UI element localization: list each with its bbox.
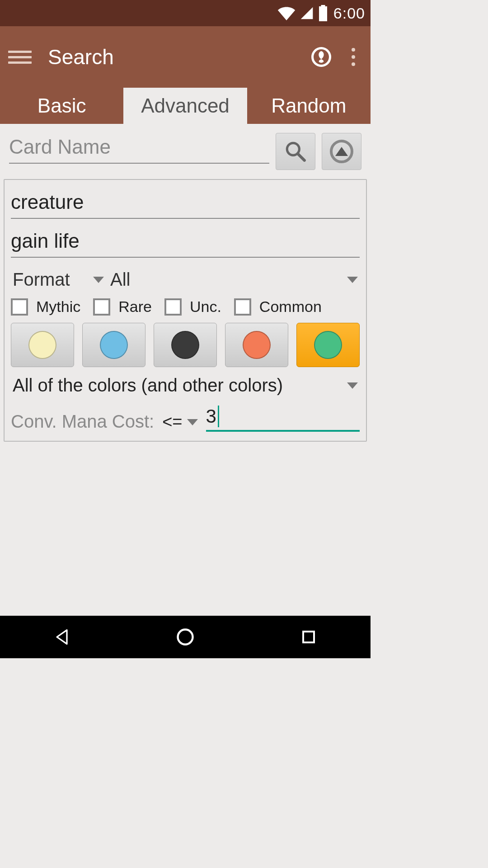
chevron-down-icon xyxy=(347,277,358,283)
chevron-down-icon xyxy=(187,419,198,425)
color-dot-icon xyxy=(28,331,56,359)
mythic-checkbox[interactable] xyxy=(11,298,28,316)
svg-rect-5 xyxy=(303,632,314,642)
type-input[interactable] xyxy=(11,186,360,219)
magnifier-icon xyxy=(284,140,307,163)
color-red-button[interactable] xyxy=(225,323,288,367)
cmc-operator-dropdown[interactable]: <= xyxy=(160,412,200,432)
collapse-button[interactable] xyxy=(322,133,361,170)
menu-icon[interactable] xyxy=(8,45,32,69)
cmc-value-input[interactable] xyxy=(206,406,360,427)
text-cursor xyxy=(218,406,219,427)
nav-home-button[interactable] xyxy=(172,623,199,651)
collapse-icon xyxy=(330,140,353,163)
battery-icon xyxy=(318,5,328,21)
overflow-menu-icon[interactable] xyxy=(344,48,362,66)
format-value-dropdown[interactable]: All xyxy=(108,267,360,292)
svg-point-4 xyxy=(178,630,192,645)
profile-icon[interactable] xyxy=(310,46,333,68)
signal-icon xyxy=(299,6,314,20)
color-black-button[interactable] xyxy=(154,323,217,367)
chevron-down-icon xyxy=(347,382,358,389)
color-dot-icon xyxy=(100,331,128,359)
common-label: Common xyxy=(259,298,322,316)
uncommon-checkbox[interactable] xyxy=(164,298,182,316)
page-title: Search xyxy=(48,45,306,69)
tab-basic[interactable]: Basic xyxy=(0,88,123,124)
color-dot-icon xyxy=(243,331,271,359)
chevron-down-icon xyxy=(93,277,104,283)
advanced-panel: Format All Mythic Rare Unc. Common xyxy=(4,179,367,442)
cmc-operator: <= xyxy=(162,412,182,432)
cmc-label: Conv. Mana Cost: xyxy=(11,411,154,432)
color-mode-dropdown[interactable]: All of the colors (and other colors) xyxy=(11,373,360,397)
system-nav-bar xyxy=(0,616,371,658)
rare-checkbox[interactable] xyxy=(93,298,110,316)
clock: 6:00 xyxy=(333,5,365,22)
color-dot-icon xyxy=(171,331,199,359)
color-green-button[interactable] xyxy=(296,323,360,367)
card-name-input[interactable] xyxy=(9,133,269,164)
tab-random[interactable]: Random xyxy=(247,88,371,124)
color-mode-label: All of the colors (and other colors) xyxy=(13,375,283,396)
uncommon-label: Unc. xyxy=(190,298,221,316)
nav-recent-button[interactable] xyxy=(295,623,322,651)
format-value: All xyxy=(110,269,130,290)
tab-bar: Basic Advanced Random xyxy=(0,88,371,124)
color-blue-button[interactable] xyxy=(82,323,145,367)
tab-advanced[interactable]: Advanced xyxy=(123,88,247,124)
svg-line-3 xyxy=(298,154,305,160)
format-dropdown[interactable]: Format xyxy=(11,267,106,292)
app-bar: Search xyxy=(0,26,371,88)
wifi-icon xyxy=(277,6,296,20)
search-button[interactable] xyxy=(276,133,315,170)
mythic-label: Mythic xyxy=(36,298,80,316)
status-bar: 6:00 xyxy=(0,0,371,26)
nav-back-button[interactable] xyxy=(48,623,75,651)
common-checkbox[interactable] xyxy=(234,298,251,316)
color-dot-icon xyxy=(314,331,342,359)
rare-label: Rare xyxy=(118,298,152,316)
color-white-button[interactable] xyxy=(11,323,74,367)
color-row xyxy=(11,323,360,367)
rules-text-input[interactable] xyxy=(11,225,360,258)
format-label: Format xyxy=(13,269,70,290)
